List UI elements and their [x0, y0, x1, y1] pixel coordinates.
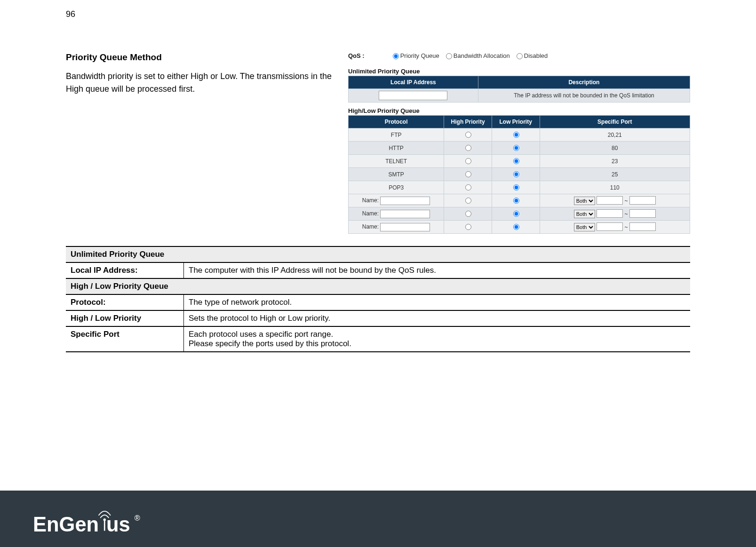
- hlq-custom-name-cell: Name:: [349, 194, 444, 207]
- hlq-proto-cell: HTTP: [349, 142, 444, 155]
- hlq-low-radio[interactable]: [513, 184, 519, 190]
- radio-priority-queue[interactable]: Priority Queue: [393, 52, 439, 59]
- upq-col-ip: Local IP Address: [349, 76, 478, 89]
- hlq-custom-high-cell: [444, 221, 492, 234]
- content-area: 96 Priority Queue Method Bandwidth prior…: [66, 9, 690, 352]
- radio-bandwidth-allocation[interactable]: Bandwidth Allocation: [446, 52, 510, 59]
- hlq-row: FTP20,21: [349, 128, 690, 142]
- hlq-high-radio[interactable]: [465, 132, 471, 138]
- desc-row-text: The type of network protocol.: [184, 294, 691, 310]
- hlq-custom-low-radio[interactable]: [513, 198, 519, 204]
- desc-row-text: The computer with this IP Address will n…: [184, 262, 691, 278]
- hlq-custom-high-radio[interactable]: [465, 198, 471, 204]
- hlq-name-input[interactable]: [380, 210, 430, 218]
- hlq-name-label: Name:: [362, 210, 379, 217]
- hlq-col-protocol: Protocol: [349, 116, 444, 128]
- page: 96 Priority Queue Method Bandwidth prior…: [0, 0, 756, 547]
- hlq-dir-select[interactable]: Both: [574, 223, 595, 231]
- hlq-dir-select[interactable]: Both: [574, 197, 595, 205]
- hlq-row: TELNET23: [349, 155, 690, 168]
- radio-priority-queue-label: Priority Queue: [400, 52, 439, 59]
- hlq-col-high: High Priority: [444, 116, 492, 128]
- svg-text:EnGen: EnGen: [33, 513, 99, 536]
- hlq-port-sep: ~: [624, 224, 628, 230]
- hlq-high-cell: [444, 142, 492, 155]
- hlq-low-radio[interactable]: [513, 158, 519, 164]
- hlq-port-to[interactable]: [629, 222, 656, 231]
- desc-row-label: Specific Port: [66, 326, 184, 352]
- radio-disabled-label: Disabled: [524, 52, 548, 59]
- hlq-proto-cell: POP3: [349, 181, 444, 194]
- desc-group-header: Unlimited Priority Queue: [66, 246, 690, 262]
- hlq-port-sep: ~: [624, 198, 628, 204]
- section-title: Priority Queue Method: [66, 52, 334, 63]
- section-body: Bandwidth priority is set to either High…: [66, 70, 334, 95]
- hlq-custom-name-cell: Name:: [349, 207, 444, 221]
- hlq-low-radio[interactable]: [513, 145, 519, 151]
- hlq-high-radio[interactable]: [465, 145, 471, 151]
- hlq-high-cell: [444, 168, 492, 181]
- description-table: Unlimited Priority QueueLocal IP Address…: [66, 246, 690, 352]
- radio-disabled[interactable]: Disabled: [517, 52, 548, 59]
- radio-disabled-input[interactable]: [517, 53, 523, 59]
- hlq-port-from[interactable]: [597, 209, 623, 218]
- hlq-high-radio[interactable]: [465, 171, 471, 177]
- hlq-low-radio[interactable]: [513, 171, 519, 177]
- hlq-custom-high-cell: [444, 194, 492, 207]
- footer-bar: EnGen us ®: [0, 491, 756, 547]
- hlq-custom-low-radio[interactable]: [513, 224, 519, 230]
- hlq-row: SMTP25: [349, 168, 690, 181]
- engenius-logo-icon: EnGen us ®: [33, 510, 169, 538]
- radio-priority-queue-input[interactable]: [393, 53, 399, 59]
- hlq-custom-high-cell: [444, 207, 492, 221]
- hlq-port-cell: 110: [540, 181, 690, 194]
- upq-col-desc: Description: [478, 76, 690, 89]
- hlq-custom-port-cell: Both ~: [540, 194, 690, 207]
- hlq-custom-low-radio[interactable]: [513, 211, 519, 217]
- desc-row-text: Each protocol uses a specific port range…: [184, 326, 691, 352]
- qos-options: Priority Queue Bandwidth Allocation Disa…: [393, 52, 548, 59]
- desc-group-header: High / Low Priority Queue: [66, 278, 690, 294]
- hlq-col-port: Specific Port: [540, 116, 690, 128]
- hlq-heading: High/Low Priority Queue: [348, 107, 690, 114]
- hlq-low-cell: [492, 181, 540, 194]
- hlq-port-from[interactable]: [597, 222, 623, 231]
- upq-desc-cell: The IP address will not be bounded in th…: [478, 89, 690, 103]
- hlq-port-from[interactable]: [597, 196, 623, 205]
- hlq-low-radio[interactable]: [513, 132, 519, 138]
- hlq-low-cell: [492, 142, 540, 155]
- hlq-high-cell: [444, 181, 492, 194]
- brand-logo: EnGen us ®: [33, 507, 169, 538]
- svg-text:®: ®: [135, 514, 140, 522]
- hlq-proto-cell: TELNET: [349, 155, 444, 168]
- hlq-name-label: Name:: [362, 223, 379, 230]
- hlq-dir-select[interactable]: Both: [574, 210, 595, 218]
- hlq-high-radio[interactable]: [465, 158, 471, 164]
- hlq-custom-name-cell: Name:: [349, 221, 444, 234]
- hlq-custom-row: Name: Both ~: [349, 221, 690, 234]
- hlq-custom-low-cell: [492, 221, 540, 234]
- hlq-custom-low-cell: [492, 194, 540, 207]
- radio-bandwidth-allocation-label: Bandwidth Allocation: [454, 52, 510, 59]
- hlq-port-sep: ~: [624, 211, 628, 217]
- desc-row-text: Sets the protocol to High or Low priorit…: [184, 310, 691, 326]
- upq-heading: Unlimited Priority Queue: [348, 68, 690, 75]
- page-number: 96: [66, 9, 690, 19]
- hlq-custom-low-cell: [492, 207, 540, 221]
- hlq-port-cell: 20,21: [540, 128, 690, 142]
- radio-bandwidth-allocation-input[interactable]: [446, 53, 452, 59]
- upq-ip-cell: [349, 89, 478, 103]
- hlq-port-cell: 80: [540, 142, 690, 155]
- hlq-custom-row: Name: Both ~: [349, 194, 690, 207]
- hlq-name-input[interactable]: [380, 197, 430, 205]
- hlq-proto-cell: SMTP: [349, 168, 444, 181]
- upq-ip-input[interactable]: [379, 91, 447, 100]
- hlq-high-radio[interactable]: [465, 184, 471, 190]
- hlq-low-cell: [492, 128, 540, 142]
- hlq-port-to[interactable]: [629, 196, 656, 205]
- hlq-name-input[interactable]: [380, 223, 430, 231]
- hlq-custom-high-radio[interactable]: [465, 224, 471, 230]
- hlq-low-cell: [492, 155, 540, 168]
- hlq-custom-high-radio[interactable]: [465, 211, 471, 217]
- hlq-port-to[interactable]: [629, 209, 656, 218]
